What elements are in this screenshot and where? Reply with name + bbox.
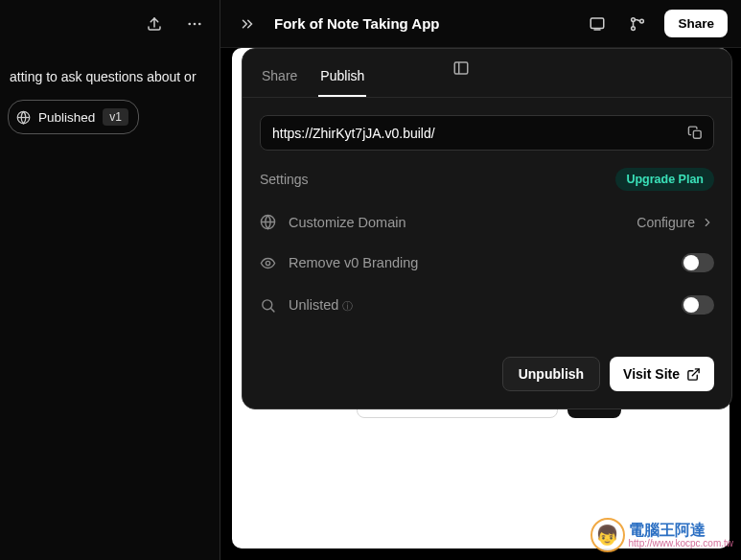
page-title: Fork of Note Taking App bbox=[274, 15, 570, 32]
setting-unlisted: Unlisted ⓘ bbox=[260, 284, 714, 326]
left-sidebar: atting to ask questions about or Publish… bbox=[0, 0, 220, 560]
side-panel-icon[interactable] bbox=[452, 59, 470, 81]
eye-off-icon bbox=[260, 255, 277, 271]
svg-rect-12 bbox=[693, 130, 701, 138]
tab-share[interactable]: Share bbox=[260, 60, 299, 97]
customize-domain-label: Customize Domain bbox=[289, 215, 625, 230]
more-icon[interactable] bbox=[181, 11, 208, 37]
share-button[interactable]: Share bbox=[664, 10, 728, 37]
svg-rect-6 bbox=[591, 18, 605, 29]
popup-tabs: Share Publish bbox=[243, 49, 731, 98]
svg-point-2 bbox=[194, 23, 197, 26]
watermark: 👦 電腦王阿達 http://www.kocpc.com.tw bbox=[590, 518, 733, 552]
preview-icon[interactable] bbox=[584, 11, 611, 37]
settings-header: Settings Upgrade Plan bbox=[260, 168, 714, 191]
version-badge: v1 bbox=[103, 108, 128, 126]
published-badge[interactable]: Published v1 bbox=[8, 100, 139, 134]
svg-rect-10 bbox=[454, 62, 468, 74]
sidebar-topbar bbox=[0, 0, 220, 48]
copy-icon[interactable] bbox=[687, 125, 704, 141]
url-field: https://ZhirKyt7jJA.v0.build/ bbox=[260, 115, 714, 151]
unlisted-toggle[interactable] bbox=[682, 295, 714, 315]
export-icon[interactable] bbox=[141, 11, 168, 37]
setting-remove-branding: Remove v0 Branding bbox=[260, 242, 714, 284]
settings-label: Settings bbox=[260, 172, 309, 187]
visit-site-button[interactable]: Visit Site bbox=[610, 357, 714, 391]
collapse-icon[interactable] bbox=[234, 11, 261, 37]
visit-site-label: Visit Site bbox=[623, 366, 680, 382]
remove-branding-toggle[interactable] bbox=[682, 253, 714, 272]
tab-publish[interactable]: Publish bbox=[318, 60, 366, 97]
unpublish-button[interactable]: Unpublish bbox=[502, 357, 600, 391]
search-icon bbox=[260, 297, 277, 314]
watermark-avatar: 👦 bbox=[590, 518, 625, 552]
sidebar-description: atting to ask questions about or bbox=[8, 59, 212, 100]
publish-popup: Share Publish https://ZhirKyt7jJA.v0.bui… bbox=[242, 48, 732, 409]
sidebar-body: atting to ask questions about or Publish… bbox=[0, 48, 220, 146]
watermark-url: http://www.kocpc.com.tw bbox=[629, 538, 733, 548]
setting-customize-domain[interactable]: Customize Domain Configure bbox=[260, 202, 714, 242]
upgrade-plan-button[interactable]: Upgrade Plan bbox=[615, 168, 714, 191]
globe-icon bbox=[260, 214, 277, 230]
watermark-text: 電腦王阿達 http://www.kocpc.com.tw bbox=[629, 522, 733, 549]
svg-line-18 bbox=[692, 368, 699, 375]
top-bar: Fork of Note Taking App Share bbox=[220, 0, 741, 48]
external-link-icon bbox=[686, 367, 701, 382]
published-url[interactable]: https://ZhirKyt7jJA.v0.build/ bbox=[272, 126, 687, 141]
popup-body: https://ZhirKyt7jJA.v0.build/ Settings U… bbox=[243, 98, 731, 343]
svg-line-17 bbox=[270, 308, 274, 312]
configure-button[interactable]: Configure bbox=[637, 215, 714, 230]
svg-point-1 bbox=[188, 23, 191, 26]
svg-point-15 bbox=[266, 261, 269, 265]
configure-label: Configure bbox=[637, 215, 695, 230]
branch-icon[interactable] bbox=[624, 11, 651, 37]
info-icon[interactable]: ⓘ bbox=[342, 300, 353, 312]
watermark-title: 電腦王阿達 bbox=[629, 522, 733, 539]
unlisted-label: Unlisted ⓘ bbox=[289, 297, 670, 314]
popup-footer: Unpublish Visit Site bbox=[243, 343, 731, 408]
svg-point-3 bbox=[198, 23, 201, 26]
published-label: Published bbox=[38, 110, 95, 125]
remove-branding-label: Remove v0 Branding bbox=[289, 255, 670, 270]
